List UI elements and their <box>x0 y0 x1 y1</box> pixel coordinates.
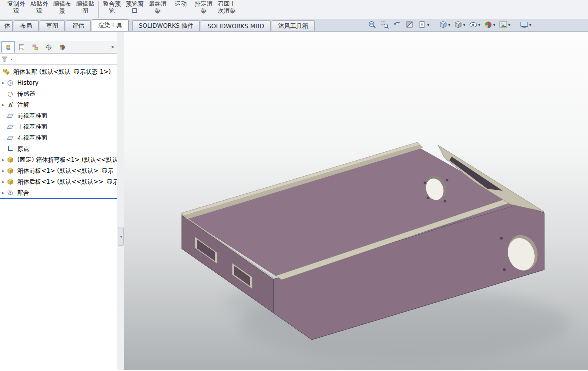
model-bolt-hole[interactable] <box>444 200 446 203</box>
tab-label: 沐风工具箱 <box>278 22 308 30</box>
tree-filter-bar[interactable] <box>0 54 117 65</box>
tab-label: 草图 <box>46 22 58 30</box>
ribbon-toolbar: 复制外观 粘贴外观 编辑布景 编辑贴图 整合预览 预览窗口 最终渲染 运动 排定… <box>0 0 588 20</box>
expand-arrow-icon[interactable]: ▸ <box>0 190 7 196</box>
featuremanager-tree-tab[interactable] <box>1 42 15 53</box>
panel-splitter[interactable]: ◂ <box>117 32 124 370</box>
ribbon-button-label: 预览窗口 <box>126 0 144 14</box>
tree-item-part-back-plate[interactable]: ▸ 箱体后板<1> (默认<<默认>>_显示 <box>0 176 117 188</box>
display-style-icon[interactable]: ▾ <box>453 20 466 30</box>
ribbon-button-final-render[interactable]: 最终渲染 <box>146 0 169 19</box>
expand-arrow-icon[interactable]: ▸ <box>0 102 7 108</box>
tab-mufeng-toolbox[interactable]: 沐风工具箱 <box>272 20 315 32</box>
tree-item-front-plane[interactable]: 前视基准面 <box>0 110 117 122</box>
hide-show-items-icon[interactable]: ▾ <box>468 20 481 30</box>
part-icon <box>7 178 16 186</box>
graphics-viewport[interactable] <box>124 32 588 370</box>
chevron-down-icon: ▾ <box>493 23 495 28</box>
tree-item-mates[interactable]: ▸ 配合 <box>0 188 117 198</box>
model-bolt-hole[interactable] <box>503 268 506 272</box>
ribbon-button-preview-window[interactable]: 预览窗口 <box>123 0 146 19</box>
tab-solidworks-addins[interactable]: SOLIDWORKS 插件 <box>132 20 200 32</box>
tab-label: 评估 <box>72 22 84 30</box>
tab-label: 体 <box>4 22 10 30</box>
ribbon-button-schedule-render[interactable]: 排定渲染 <box>192 0 215 19</box>
panel-collapse-handle[interactable]: ◂ <box>118 227 124 246</box>
ribbon-button-label: 运动 <box>175 0 187 8</box>
section-view-icon[interactable] <box>404 20 415 30</box>
toolbar-divider <box>515 20 515 30</box>
tree-item-label: 箱体后板<1> (默认<<默认>>_显示 <box>16 178 117 186</box>
model-bolt-hole[interactable] <box>446 180 449 182</box>
ribbon-button-paste-appearance[interactable]: 粘贴外观 <box>28 0 51 19</box>
ribbon-button-label: 粘贴外观 <box>30 0 48 14</box>
featuremanager-panel: > 箱体装配 (默认<默认_显示状态-1>) ▸ History <box>0 32 117 370</box>
feature-tree: 箱体装配 (默认<默认_显示状态-1>) ▸ History 传感器 ▸ <box>0 65 117 370</box>
expand-arrow-icon[interactable]: ▸ <box>0 180 7 184</box>
zoom-to-fit-icon[interactable] <box>367 20 378 30</box>
sensors-icon <box>7 90 16 98</box>
model-bolt-hole[interactable] <box>427 197 429 200</box>
assembly-icon <box>3 68 12 76</box>
origin-icon <box>7 146 16 152</box>
plane-icon <box>7 112 16 120</box>
tree-item-origin[interactable]: 原点 <box>0 144 117 154</box>
zoom-to-area-icon[interactable] <box>379 20 390 30</box>
view-settings-icon[interactable]: ▾ <box>519 20 532 30</box>
tab-evaluate[interactable]: 评估 <box>66 20 91 32</box>
apply-scene-icon[interactable]: ▾ <box>498 20 511 30</box>
ribbon-button-label: 整合预览 <box>103 0 121 14</box>
featuremanager-tree-icon <box>5 44 12 51</box>
tree-item-sensors[interactable]: 传感器 <box>0 88 117 100</box>
ribbon-button-edit-scene[interactable]: 编辑布景 <box>51 0 74 19</box>
tree-item-part-front-plate[interactable]: ▸ 箱体前板<1> (默认<<默认>_显示 <box>0 166 117 176</box>
tree-item-annotations[interactable]: ▸ A 注解 <box>0 100 117 110</box>
view-orientation-icon[interactable]: ▾ <box>438 20 451 30</box>
tree-item-history[interactable]: ▸ History <box>0 78 117 88</box>
tab-label: 渲染工具 <box>98 22 122 30</box>
ribbon-button-recall-last-render[interactable]: 召回上次渲染 <box>215 0 238 19</box>
tab-render-tools[interactable]: 渲染工具 <box>92 20 129 32</box>
tree-root-item[interactable]: 箱体装配 (默认<默认_显示状态-1>) <box>0 66 117 78</box>
displaymanager-tab[interactable] <box>55 42 69 53</box>
part-icon <box>7 168 16 174</box>
ribbon-button-edit-decal[interactable]: 编辑贴图 <box>74 0 97 19</box>
ribbon-button-label: 复制外观 <box>7 0 25 14</box>
plane-icon <box>7 124 16 130</box>
tree-item-label: History <box>16 80 39 86</box>
tree-item-label: (固定) 箱体折弯板<1> (默认<<默认 <box>16 156 117 164</box>
chevron-down-icon: ▾ <box>463 23 465 28</box>
edit-appearance-icon[interactable]: ▾ <box>483 20 496 30</box>
model-bolt-hole[interactable] <box>500 237 503 240</box>
ribbon-button-copy-appearance[interactable]: 复制外观 <box>5 0 28 19</box>
chevron-down-icon: ▾ <box>529 23 531 28</box>
dimxpertmanager-tab[interactable] <box>42 42 55 53</box>
configurationmanager-tab[interactable] <box>28 42 42 53</box>
chevron-down-icon: ▾ <box>478 23 480 28</box>
model-bolt-hole[interactable] <box>424 182 426 184</box>
selection-indicator-line <box>0 198 117 200</box>
expand-arrow-icon[interactable]: ▸ <box>0 158 7 162</box>
ribbon-button-integrated-preview[interactable]: 整合预览 <box>100 0 123 19</box>
expand-arrow-icon[interactable]: ▸ <box>0 168 7 174</box>
tab-label: 布局 <box>20 22 32 30</box>
model-3d[interactable] <box>124 32 588 370</box>
previous-view-icon[interactable] <box>392 20 403 30</box>
tree-item-part-fold-plate[interactable]: ▸ (固定) 箱体折弯板<1> (默认<<默认 <box>0 154 117 166</box>
tab-layout[interactable]: 布局 <box>14 20 39 32</box>
panel-tabs-overflow-button[interactable]: > <box>110 44 115 50</box>
tree-item-top-plane[interactable]: 上视基准面 <box>0 122 117 132</box>
ribbon-button-label: 编辑布景 <box>53 0 71 14</box>
chevron-down-icon: ▾ <box>427 23 429 28</box>
tab-sketch[interactable]: 草图 <box>40 20 65 32</box>
annotation-views-icon[interactable]: ▾ <box>417 20 430 30</box>
tab-solidworks-mbd[interactable]: SOLIDWORKS MBD <box>201 20 270 32</box>
tree-item-right-plane[interactable]: 右视基准面 <box>0 132 117 144</box>
propertymanager-tab[interactable] <box>15 42 28 53</box>
ribbon-button-label: 排定渲染 <box>195 0 213 14</box>
heads-up-view-toolbar: ▾ ▾ ▾ ▾ ▾ ▾ ▾ <box>367 20 532 30</box>
ribbon-button-motion[interactable]: 运动 <box>169 0 192 19</box>
expand-arrow-icon[interactable]: ▸ <box>0 80 7 86</box>
tab-assembly[interactable]: 体 <box>0 20 13 32</box>
tab-label: SOLIDWORKS MBD <box>207 23 264 30</box>
